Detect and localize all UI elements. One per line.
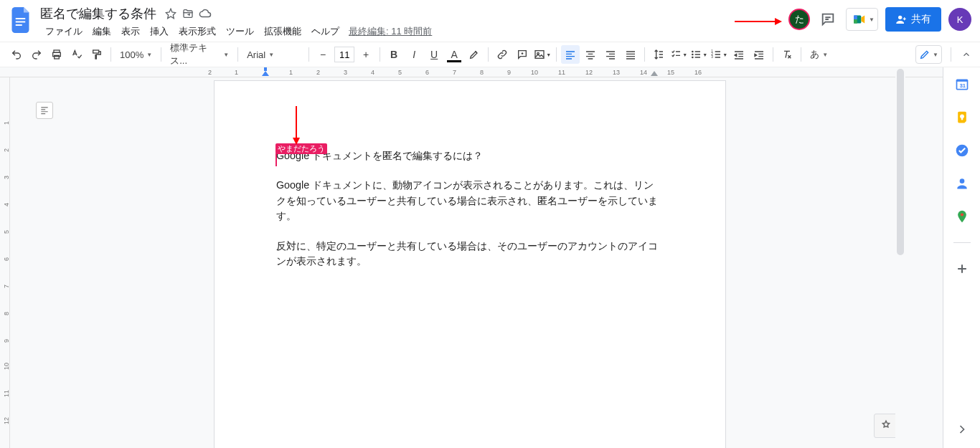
- doc-paragraph[interactable]: Google ドキュメントに、動物アイコンが表示されることがあります。これは、リ…: [276, 178, 664, 224]
- document-outline-button[interactable]: [36, 102, 53, 119]
- docs-logo-icon[interactable]: [9, 4, 34, 36]
- menu-tools[interactable]: ツール: [221, 24, 259, 39]
- italic-button[interactable]: I: [405, 45, 423, 64]
- account-avatar[interactable]: K: [948, 8, 971, 31]
- calendar-app-icon[interactable]: 31: [955, 77, 969, 92]
- doc-blank-line[interactable]: [276, 163, 664, 178]
- star-icon[interactable]: [164, 7, 177, 20]
- ruler-tick: 10: [3, 363, 10, 370]
- bulleted-list-button[interactable]: ▼: [689, 45, 708, 64]
- vertical-scrollbar[interactable]: [895, 67, 905, 448]
- share-button[interactable]: 共有: [885, 7, 941, 32]
- explore-button[interactable]: [874, 414, 898, 438]
- align-justify-button[interactable]: [621, 45, 640, 64]
- menu-edit[interactable]: 編集: [88, 24, 116, 39]
- checklist-button[interactable]: ▼: [669, 45, 688, 64]
- left-indent-marker-icon[interactable]: [262, 67, 269, 76]
- right-indent-marker-icon[interactable]: [651, 67, 658, 76]
- align-center-button[interactable]: [581, 45, 600, 64]
- ruler-tick: 4: [371, 69, 374, 76]
- font-combo[interactable]: Arial▼: [242, 45, 304, 64]
- svg-rect-11: [93, 50, 99, 53]
- hide-menus-button[interactable]: [960, 48, 973, 61]
- ruler-tick: 7: [3, 285, 10, 288]
- insert-comment-button[interactable]: [513, 45, 532, 64]
- chevron-down-icon: ▼: [822, 52, 828, 58]
- ruler-tick: 3: [344, 69, 347, 76]
- editing-mode-button[interactable]: ▼: [915, 45, 942, 64]
- font-size-increase[interactable]: +: [357, 45, 375, 64]
- svg-text:31: 31: [959, 82, 965, 89]
- paragraph-style-combo[interactable]: 標準テキス...▼: [166, 45, 233, 64]
- svg-rect-12: [535, 51, 544, 59]
- ruler-tick: 11: [558, 69, 565, 76]
- clear-format-button[interactable]: [778, 45, 796, 64]
- ruler-tick: 9: [507, 69, 511, 76]
- contacts-app-icon[interactable]: [955, 176, 969, 191]
- tasks-app-icon[interactable]: [955, 143, 969, 158]
- input-tools-button[interactable]: あ▼: [806, 45, 832, 64]
- svg-rect-2: [16, 24, 22, 26]
- cloud-status-icon[interactable]: [199, 7, 212, 20]
- svg-rect-26: [961, 118, 963, 120]
- indent-button[interactable]: [750, 45, 768, 64]
- zoom-combo[interactable]: 100%▼: [116, 45, 156, 64]
- paint-format-button[interactable]: [88, 45, 106, 64]
- zoom-value: 100%: [120, 49, 143, 60]
- menu-ext[interactable]: 拡張機能: [259, 24, 306, 39]
- chevron-down-icon: ▼: [268, 52, 274, 58]
- person-add-icon: [895, 14, 907, 25]
- print-button[interactable]: [47, 45, 66, 64]
- ruler-tick: 1: [289, 69, 293, 76]
- collaborator-avatar[interactable]: た: [788, 9, 810, 30]
- document-title[interactable]: 匿名で編集する条件: [40, 5, 156, 22]
- spellcheck-button[interactable]: [67, 45, 86, 64]
- menu-file[interactable]: ファイル: [40, 24, 88, 39]
- menu-help[interactable]: ヘルプ: [306, 24, 344, 39]
- meet-button[interactable]: ▼: [846, 8, 878, 31]
- hide-side-panel-button[interactable]: [955, 422, 969, 437]
- input-tool-label: あ: [810, 48, 819, 61]
- maps-app-icon[interactable]: [955, 209, 969, 224]
- doc-paragraph[interactable]: 反対に、特定のユーザーと共有している場合は、そのユーザーのアカウントのアイコンが…: [276, 239, 664, 270]
- numbered-list-button[interactable]: 123▼: [710, 45, 728, 64]
- document-page[interactable]: Google ドキュメントを匿名で編集するには？ Google ドキュメントに、…: [214, 80, 726, 448]
- get-addons-button[interactable]: [955, 262, 969, 276]
- align-left-button[interactable]: [561, 45, 580, 64]
- svg-point-25: [960, 114, 964, 118]
- ruler-tick: 6: [425, 69, 429, 76]
- underline-button[interactable]: U: [425, 45, 443, 64]
- vertical-ruler[interactable]: 1 2 3 4 5 6 7 8 9 10 11 12: [0, 77, 10, 448]
- ruler-tick: 1: [235, 69, 238, 76]
- scrollbar-thumb[interactable]: [897, 69, 904, 255]
- svg-point-6: [898, 16, 902, 19]
- undo-button[interactable]: [7, 45, 26, 64]
- bold-button[interactable]: B: [385, 45, 403, 64]
- redo-button[interactable]: [27, 45, 46, 64]
- insert-image-button[interactable]: ▼: [533, 45, 552, 64]
- svg-point-15: [692, 54, 694, 56]
- doc-blank-line[interactable]: [276, 224, 664, 239]
- doc-paragraph[interactable]: Google ドキュメントを匿名で編集するには？: [276, 148, 664, 163]
- insert-link-button[interactable]: [493, 45, 512, 64]
- highlight-button[interactable]: [465, 45, 484, 64]
- outdent-button[interactable]: [730, 45, 748, 64]
- ruler-tick: 2: [208, 69, 212, 76]
- align-right-button[interactable]: [601, 45, 620, 64]
- menu-format[interactable]: 表示形式: [174, 24, 221, 39]
- line-spacing-button[interactable]: [649, 45, 668, 64]
- font-size-input[interactable]: [334, 47, 354, 62]
- keep-app-icon[interactable]: [955, 110, 969, 125]
- horizontal-ruler[interactable]: 2 1 1 2 3 4 5 6 7 8 9 10 11 12 13 14 15 …: [0, 67, 943, 77]
- open-comments-icon[interactable]: [817, 9, 839, 30]
- menu-view[interactable]: 表示: [116, 24, 145, 39]
- ruler-tick: 8: [480, 69, 484, 76]
- last-edit-link[interactable]: 最終編集: 11 時間前: [349, 25, 432, 38]
- font-size-decrease[interactable]: −: [314, 45, 332, 64]
- font-value: Arial: [247, 49, 265, 60]
- menu-insert[interactable]: 挿入: [145, 24, 174, 39]
- move-icon[interactable]: [182, 7, 194, 20]
- toolbar: 100%▼ 標準テキス...▼ Arial▼ − + B I U A ▼ ▼ ▼…: [0, 42, 980, 67]
- text-color-button[interactable]: A: [445, 45, 463, 64]
- style-value: 標準テキス...: [170, 42, 220, 67]
